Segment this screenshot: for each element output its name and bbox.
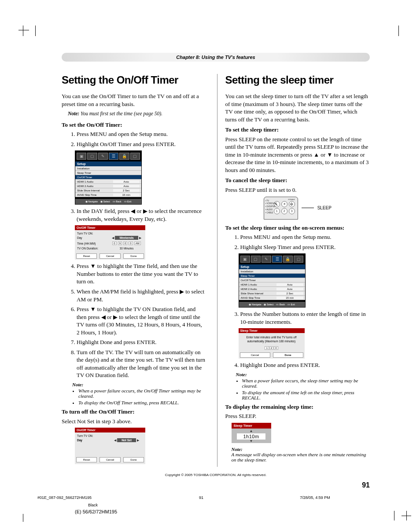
print-color: Black bbox=[88, 503, 98, 507]
left-intro: You can use the On/Off Timer to turn the… bbox=[62, 92, 206, 108]
left-note1: Note: You must first set the time (see p… bbox=[68, 110, 206, 117]
left-heading: Setting the On/Off Timer bbox=[62, 74, 206, 86]
right-step-1: Press MENU and open the Setup menu. bbox=[240, 233, 370, 241]
right-intro: You can set the sleep timer to turn off … bbox=[225, 92, 370, 123]
right-heading: Setting the sleep timer bbox=[225, 74, 370, 86]
left-turnoff-text: Select Not Set in step 3 above. bbox=[62, 418, 206, 425]
left-note2: Note: When a power failure occurs, the O… bbox=[72, 382, 206, 405]
right-p4: Press SLEEP. bbox=[225, 412, 370, 420]
osd-setup-onoff: ▣▢✎ ☰🔒▢ Setup InstallationSleep TimerOn/… bbox=[75, 150, 142, 205]
right-sub3: To set the sleep timer using the on-scre… bbox=[225, 224, 370, 232]
remote-figure: • TV • VCR/DVR • DVD/PVR • AUDIO • CABLE… bbox=[225, 197, 370, 220]
left-step-2: Highlight On/Off Timer and press ENTER. bbox=[77, 140, 206, 148]
left-sub2: To turn off the On/Off Timer: bbox=[62, 408, 206, 416]
right-step-2: Highlight Sleep Timer and press ENTER. bbox=[240, 243, 370, 251]
right-note3: Note: When a power failure occurs, the s… bbox=[236, 372, 370, 400]
left-step-7: Highlight Done and press ENTER. bbox=[77, 338, 206, 346]
right-step-4: Highlight Done and press ENTER. bbox=[240, 361, 370, 369]
right-note4: Note: A message will display on-screen w… bbox=[232, 447, 370, 462]
osd-onoff-weekends: On/Off Timer Turn TV ON: Day◀Weekends▶Ti… bbox=[75, 225, 145, 260]
osd-sleep-input: Sleep Timer Enter total minutes until th… bbox=[239, 328, 305, 359]
left-step-3: In the DAY field, press ◀ or ▶ to select… bbox=[77, 207, 206, 223]
copyright: Copyright © 2005 TOSHIBA CORPORATION. Al… bbox=[62, 473, 370, 477]
osd-onoff-notset: On/Off Timer Turn TV ON: Day ◀Not Set▶ R… bbox=[75, 428, 145, 464]
chapter-title-bar: Chapter 8: Using the TV's features bbox=[62, 53, 370, 62]
right-p1: Press SLEEP on the remote control to set… bbox=[225, 136, 370, 174]
right-step-3: Press the Number buttons to enter the le… bbox=[240, 310, 370, 326]
osd-setup-sleep: ▣▢✎ ☰🔒▢ Setup InstallationSleep TimerOn/… bbox=[239, 253, 306, 308]
page-number: 91 bbox=[62, 481, 370, 489]
left-step-5: When the AM/PM field is highlighted, pre… bbox=[77, 288, 206, 303]
osd-sleep-remaining: Sleep Timer ▲ 1h10m ▼ bbox=[232, 423, 271, 443]
left-sub1: To set the On/Off Timer: bbox=[62, 121, 206, 129]
left-step-6: Press ▼ to highlight the TV ON Duration … bbox=[77, 305, 206, 336]
print-meta: #01E_087-092_566272HM195 91 7/28/05, 4:5… bbox=[37, 495, 396, 500]
print-model: (E) 56/62/72HM195 bbox=[75, 509, 117, 514]
right-sub4: To display the remaining sleep time: bbox=[225, 403, 370, 411]
left-step-4: Press ▼ to highlight the Time field, and… bbox=[77, 262, 206, 286]
left-step-8: Turn off the TV. The TV will turn on aut… bbox=[77, 348, 206, 379]
left-step-1: Press MENU and open the Setup menu. bbox=[77, 130, 206, 138]
right-p2: Press SLEEP until it is set to 0. bbox=[225, 186, 370, 194]
right-sub2: To cancel the sleep timer: bbox=[225, 176, 370, 184]
right-sub1: To set the sleep timer: bbox=[225, 126, 370, 134]
